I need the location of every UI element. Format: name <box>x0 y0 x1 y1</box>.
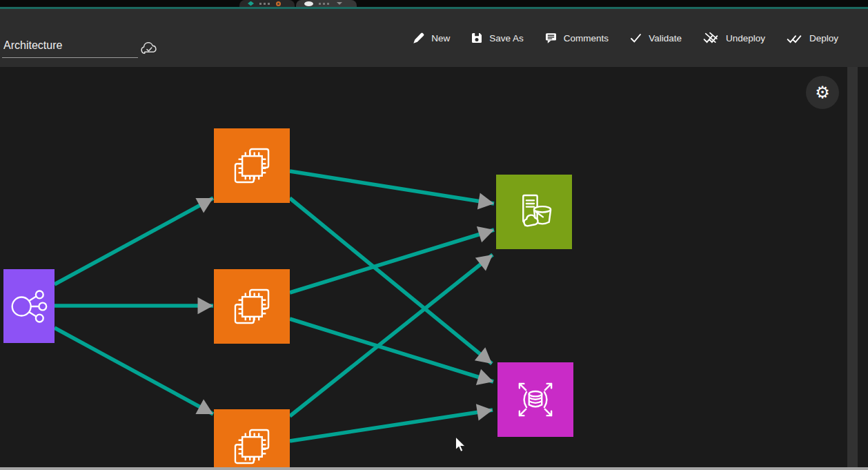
pencil-icon <box>412 32 425 45</box>
tab-title-text <box>319 3 330 5</box>
ec2-instance-node-2[interactable] <box>214 269 290 344</box>
validate-button[interactable]: Validate <box>629 32 682 44</box>
storage-bucket-node[interactable] <box>496 175 572 249</box>
database-node[interactable] <box>497 362 573 437</box>
vertical-scrollbar[interactable] <box>847 67 858 467</box>
save-icon <box>471 32 483 44</box>
diagram-title-input[interactable] <box>2 37 138 58</box>
undeploy-icon <box>702 32 720 45</box>
cloud-check-icon <box>140 41 159 58</box>
browser-tab-strip <box>0 0 868 9</box>
load-balancer-icon <box>4 282 54 331</box>
gear-icon: ⚙ <box>815 83 830 102</box>
undeploy-button[interactable]: Undeploy <box>702 32 765 45</box>
edge-ec2-instance-1-to-storage-bucket[interactable] <box>290 171 494 204</box>
comments-button[interactable]: Comments <box>544 32 609 44</box>
save-as-button-label: Save As <box>489 33 524 43</box>
check-icon <box>629 32 642 44</box>
ec2-instance-icon <box>226 421 277 467</box>
edge-load-balancer-to-ec2-instance-1[interactable] <box>55 198 213 284</box>
chevron-down-icon <box>337 2 342 5</box>
browser-tab-1[interactable] <box>239 0 295 7</box>
ec2-instance-icon <box>226 140 277 191</box>
undeploy-button-label: Undeploy <box>726 33 765 43</box>
ec2-instance-node-3[interactable] <box>214 409 290 467</box>
edge-load-balancer-to-ec2-instance-3[interactable] <box>55 328 213 414</box>
load-balancer-node[interactable] <box>3 269 55 343</box>
deploy-button-label: Deploy <box>809 33 838 43</box>
new-button-label: New <box>431 33 450 43</box>
browser-tab-2[interactable] <box>296 0 357 7</box>
ec2-instance-icon <box>226 281 277 332</box>
app-header: New Save As Comments Validate <box>0 9 868 67</box>
diagram-canvas[interactable]: ⚙ <box>0 67 868 467</box>
storage-bucket-icon <box>509 186 560 237</box>
validate-button-label: Validate <box>649 33 682 43</box>
deploy-button[interactable]: Deploy <box>786 32 838 45</box>
mouse-cursor <box>455 437 466 453</box>
new-button[interactable]: New <box>412 32 450 45</box>
save-as-button[interactable]: Save As <box>471 32 524 44</box>
ec2-instance-node-1[interactable] <box>214 128 290 203</box>
white-logo-icon <box>304 1 313 6</box>
favicon-icon <box>276 1 281 6</box>
deploy-icon <box>786 32 803 45</box>
tab-title-text <box>259 3 270 5</box>
canvas-settings-button[interactable]: ⚙ <box>806 76 839 109</box>
database-scale-icon <box>510 374 561 425</box>
comments-button-label: Comments <box>564 33 609 43</box>
connection-edges <box>0 67 850 467</box>
toolbar: New Save As Comments Validate <box>412 9 838 67</box>
edge-ec2-instance-2-to-database[interactable] <box>290 319 493 382</box>
teal-logo-icon <box>248 1 254 6</box>
comments-icon <box>544 32 558 44</box>
horizontal-scrollbar[interactable] <box>0 467 868 470</box>
